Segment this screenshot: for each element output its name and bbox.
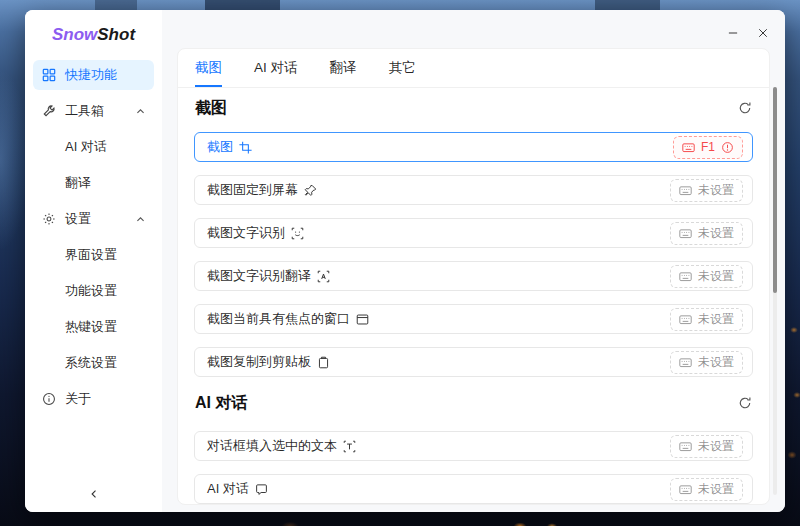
sidebar-item-ui-settings[interactable]: 界面设置 xyxy=(33,240,154,270)
sidebar-item-ai-chat[interactable]: AI 对话 xyxy=(33,132,154,162)
clipboard-icon xyxy=(317,356,330,369)
info-icon xyxy=(41,392,56,406)
sidebar-item-quick-functions[interactable]: 快捷功能 xyxy=(33,60,154,90)
keyboard-icon xyxy=(679,356,692,369)
sidebar-item-translate[interactable]: 翻译 xyxy=(33,168,154,198)
section-header-screenshot: 截图 xyxy=(195,96,752,120)
sidebar-item-toolbox[interactable]: 工具箱 xyxy=(33,96,154,126)
keyboard-icon xyxy=(679,270,692,283)
hotkey-value: 未设置 xyxy=(698,225,734,242)
hotkey-value: 未设置 xyxy=(698,354,734,371)
hotkey-label: 对话框填入选中的文本 xyxy=(207,437,337,455)
window-controls xyxy=(721,23,775,43)
sidebar-item-system-settings[interactable]: 系统设置 xyxy=(33,348,154,378)
tab-other[interactable]: 其它 xyxy=(389,49,416,87)
chevron-left-icon xyxy=(88,488,100,500)
sidebar-item-label: AI 对话 xyxy=(65,138,107,156)
hotkey-badge[interactable]: 未设置 xyxy=(670,478,743,501)
logo-part-snow: Snow xyxy=(52,25,97,44)
tab-ai-chat[interactable]: AI 对话 xyxy=(254,49,298,87)
sidebar-item-about[interactable]: 关于 xyxy=(33,384,154,414)
hotkey-value: 未设置 xyxy=(698,268,734,285)
hotkey-row-fix-to-screen[interactable]: 截图固定到屏幕 未设置 xyxy=(194,175,753,205)
hotkey-badge[interactable]: 未设置 xyxy=(670,435,743,458)
hotkey-label: 截图 xyxy=(207,138,233,156)
gear-icon xyxy=(41,212,56,226)
sidebar-item-label: 设置 xyxy=(65,210,91,228)
sidebar: SnowShot 快捷功能 工具箱 AI 对话 xyxy=(25,10,162,512)
hotkey-row-copy-clipboard[interactable]: 截图复制到剪贴板 未设置 xyxy=(194,347,753,377)
section-header-ai-chat: AI 对话 xyxy=(195,391,752,415)
tab-translate[interactable]: 翻译 xyxy=(330,49,357,87)
chevron-up-icon[interactable] xyxy=(135,214,146,225)
ocr-translate-icon xyxy=(317,270,330,283)
tab-screenshot[interactable]: 截图 xyxy=(195,49,222,87)
logo-part-shot: Shot xyxy=(97,25,135,44)
keyboard-icon xyxy=(679,313,692,326)
sidebar-item-label: 系统设置 xyxy=(65,354,117,372)
sidebar-item-label: 快捷功能 xyxy=(65,66,117,84)
text-select-icon xyxy=(343,440,356,453)
close-button[interactable] xyxy=(751,23,775,43)
sidebar-item-label: 热键设置 xyxy=(65,318,117,336)
main-area: 截图 AI 对话 翻译 其它 截图 截图 xyxy=(162,10,785,512)
hotkey-label: 截图文字识别翻译 xyxy=(207,267,311,285)
hotkey-label: 截图当前具有焦点的窗口 xyxy=(207,310,350,328)
sidebar-item-label: 翻译 xyxy=(65,174,91,192)
keyboard-icon xyxy=(679,184,692,197)
sidebar-item-function-settings[interactable]: 功能设置 xyxy=(33,276,154,306)
hotkey-label: 截图复制到剪贴板 xyxy=(207,353,311,371)
section-title: AI 对话 xyxy=(195,393,247,414)
hotkey-label: 截图文字识别 xyxy=(207,224,285,242)
hotkey-row-screenshot[interactable]: 截图 F1 xyxy=(194,132,753,162)
section-title: 截图 xyxy=(195,98,227,119)
hotkey-value: 未设置 xyxy=(698,481,734,498)
hotkey-value: F1 xyxy=(701,140,715,154)
hotkey-row-focused-window[interactable]: 截图当前具有焦点的窗口 未设置 xyxy=(194,304,753,334)
tool-icon xyxy=(41,104,56,118)
focus-window-icon xyxy=(356,313,369,326)
hotkey-value: 未设置 xyxy=(698,438,734,455)
hotkey-value: 未设置 xyxy=(698,311,734,328)
sidebar-menu: 快捷功能 工具箱 AI 对话 翻译 设置 xyxy=(25,60,162,414)
hotkey-badge[interactable]: 未设置 xyxy=(670,179,743,202)
keyboard-icon xyxy=(679,227,692,240)
warning-circle-icon xyxy=(721,141,734,154)
snowshot-window: SnowShot 快捷功能 工具箱 AI 对话 xyxy=(25,10,785,512)
scrollbar-track[interactable] xyxy=(773,87,777,495)
keyboard-icon xyxy=(679,483,692,496)
ocr-icon xyxy=(291,227,304,240)
hotkey-label: AI 对话 xyxy=(207,480,249,498)
sidebar-collapse-button[interactable] xyxy=(25,488,162,500)
hotkey-badge[interactable]: 未设置 xyxy=(670,265,743,288)
appstore-icon xyxy=(41,68,56,82)
hotkey-value: 未设置 xyxy=(698,182,734,199)
app-logo: SnowShot xyxy=(25,25,162,48)
hotkey-badge[interactable]: 未设置 xyxy=(670,308,743,331)
sidebar-item-settings[interactable]: 设置 xyxy=(33,204,154,234)
scrollbar-thumb[interactable] xyxy=(773,87,777,293)
hotkey-badge[interactable]: 未设置 xyxy=(670,222,743,245)
hotkey-row-ai-chat[interactable]: AI 对话 未设置 xyxy=(194,474,753,504)
tab-bar: 截图 AI 对话 翻译 其它 xyxy=(178,49,769,88)
hotkey-label: 截图固定到屏幕 xyxy=(207,181,298,199)
city-lights xyxy=(784,290,800,480)
reset-section-icon[interactable] xyxy=(738,101,752,115)
hotkey-badge[interactable]: F1 xyxy=(673,136,743,159)
hotkey-settings-card: 截图 AI 对话 翻译 其它 截图 截图 xyxy=(177,48,770,505)
hotkey-badge[interactable]: 未设置 xyxy=(670,351,743,374)
chat-icon xyxy=(255,483,268,496)
chevron-up-icon[interactable] xyxy=(135,106,146,117)
pin-icon xyxy=(304,184,317,197)
sidebar-item-hotkey-settings[interactable]: 热键设置 xyxy=(33,312,154,342)
sidebar-item-label: 工具箱 xyxy=(65,102,104,120)
sidebar-item-label: 界面设置 xyxy=(65,246,117,264)
hotkey-row-fill-selected-text[interactable]: 对话框填入选中的文本 未设置 xyxy=(194,431,753,461)
hotkey-row-ocr[interactable]: 截图文字识别 未设置 xyxy=(194,218,753,248)
reset-section-icon[interactable] xyxy=(738,396,752,410)
sidebar-item-label: 功能设置 xyxy=(65,282,117,300)
hotkey-row-ocr-translate[interactable]: 截图文字识别翻译 未设置 xyxy=(194,261,753,291)
keyboard-icon xyxy=(682,141,695,154)
minimize-button[interactable] xyxy=(721,23,745,43)
sidebar-item-label: 关于 xyxy=(65,390,91,408)
